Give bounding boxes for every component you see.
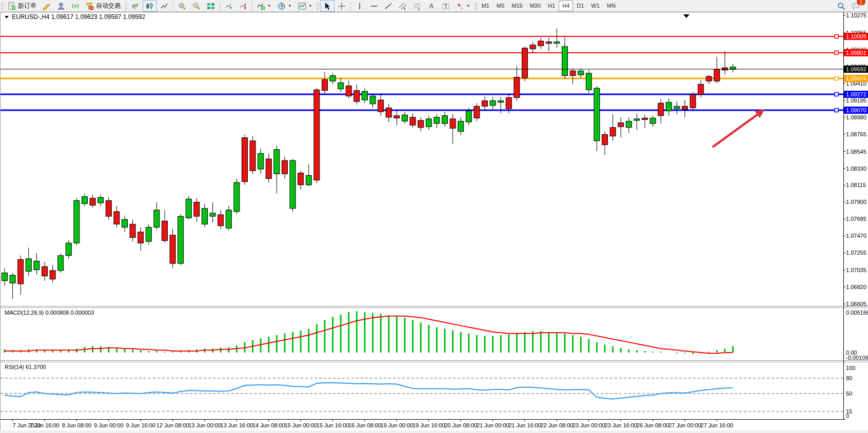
price-tick-label: 1.06605 <box>846 301 866 307</box>
chart-title: EURUSD-,H4 1.09617 1.09623 1.09587 1.095… <box>12 13 146 20</box>
toolbar-grip <box>125 2 127 10</box>
candle <box>250 136 255 174</box>
tab-timeframe-mn[interactable]: MN <box>603 1 619 11</box>
time-tick-label: 19 Jun 16:00 <box>412 422 445 428</box>
tab-timeframe-w1[interactable]: W1 <box>587 1 603 11</box>
auto-scroll-icon <box>225 2 233 10</box>
separator <box>173 2 173 10</box>
time-tick-label: 8 Jun 08:00 <box>62 422 92 428</box>
clock-icon <box>278 2 286 10</box>
tab-timeframe-d1[interactable]: D1 <box>573 1 587 11</box>
autotrading-icon <box>86 2 94 10</box>
tab-timeframe-m5[interactable]: M5 <box>493 1 508 11</box>
macd-label: MACD(12,26,9) 0.000808 0.000003 <box>5 310 94 316</box>
arrows-tool[interactable]: ▼ <box>453 0 474 12</box>
time-tick-label: 9 Jun 00:00 <box>94 422 124 428</box>
mql-community-button[interactable] <box>54 0 68 12</box>
tile-windows-button[interactable] <box>204 0 218 12</box>
candle <box>290 159 295 212</box>
candlestick-chart-button[interactable] <box>143 0 157 12</box>
new-order-label: 新订单 <box>18 2 36 10</box>
chart-shift-button[interactable] <box>236 0 250 12</box>
separator <box>252 2 252 10</box>
line-chart-icon <box>160 2 168 10</box>
candle <box>186 196 191 219</box>
broadcast-button[interactable] <box>68 0 83 12</box>
time-tick-label: 19 Jun 00:00 <box>381 422 413 428</box>
tab-timeframe-m1[interactable]: M1 <box>478 1 493 11</box>
time-tick-label: 20 Jun 08:00 <box>444 422 477 428</box>
crosshair-icon <box>338 2 346 10</box>
arrows-icon <box>456 2 464 10</box>
dropdown-arrow-icon: ▼ <box>308 4 312 8</box>
price-tick-label: 1.07470 <box>846 233 866 239</box>
price-tick-label: 1.10275 <box>846 12 866 18</box>
mt4-window: 新订单 自动交易 <box>0 0 868 433</box>
toolbar-grip <box>317 2 319 10</box>
price-tick-label: 1.08115 <box>846 182 866 188</box>
rsi-axis-label: 100 <box>846 365 855 371</box>
bar-chart-button[interactable] <box>128 0 143 12</box>
zoom-out-button[interactable] <box>189 0 204 12</box>
time-tick-label: 12 Jun 08:00 <box>156 422 189 428</box>
cursor-tool-button[interactable] <box>320 0 334 12</box>
chat-button[interactable]: 1 <box>849 0 863 12</box>
crayon-icon <box>43 2 51 10</box>
autotrading-button[interactable]: 自动交易 <box>83 0 124 12</box>
trendline-icon <box>384 2 392 10</box>
macd-axis-min: -0.001095 <box>846 355 868 361</box>
vertical-line-tool[interactable] <box>352 0 367 12</box>
candle <box>242 135 248 185</box>
tab-timeframe-m15[interactable]: M15 <box>508 1 526 11</box>
svg-text:A: A <box>429 3 433 10</box>
separator <box>350 2 351 10</box>
tab-timeframe-m30[interactable]: M30 <box>526 1 544 11</box>
time-tick-label: 26 Jun 08:00 <box>637 422 669 428</box>
current-price-label: 1.09592 <box>846 66 866 72</box>
search-button[interactable] <box>834 0 849 12</box>
new-order-button[interactable]: 新订单 <box>5 0 40 12</box>
indicators-button[interactable]: ▼ <box>254 0 274 12</box>
cursor-icon <box>323 2 331 10</box>
price-tick-label: 1.08545 <box>846 149 866 155</box>
chart-area[interactable]: 1.102751.100551.098401.096251.094101.091… <box>0 12 868 430</box>
level-price-label: 1.09801 <box>846 50 866 56</box>
styler-button[interactable] <box>40 0 54 12</box>
periods-button[interactable]: ▼ <box>274 0 295 12</box>
time-tick-label: 27 Jun 16:00 <box>701 422 734 428</box>
price-tick-label: 1.08330 <box>846 166 866 172</box>
price-tick-label: 1.06820 <box>846 284 866 290</box>
vertical-line-icon <box>356 2 364 10</box>
svg-text:E: E <box>404 7 406 10</box>
fibonacci-tool[interactable]: F <box>410 0 424 12</box>
zoom-in-button[interactable] <box>175 0 189 12</box>
templates-button[interactable]: ▼ <box>295 0 315 12</box>
time-tick-label: 9 Jun 16:00 <box>126 422 155 428</box>
dropdown-arrow-icon: ▼ <box>288 4 292 8</box>
search-icon <box>837 2 845 10</box>
candle <box>178 214 184 265</box>
svg-text:T: T <box>444 4 447 9</box>
trendline-tool[interactable] <box>381 0 396 12</box>
chart-canvas[interactable]: 1.102751.100551.098401.096251.094101.091… <box>1 12 868 430</box>
toolbar-grip <box>1 2 4 10</box>
chart-background <box>1 12 868 430</box>
time-tick-label: 13 Jun 00:00 <box>188 422 221 428</box>
time-tick-label: 23 Jun 00:00 <box>573 422 605 428</box>
level-price-label: 1.09070 <box>846 107 866 113</box>
tab-timeframe-h4[interactable]: H4 <box>559 1 573 11</box>
text-label-tool[interactable]: T <box>439 0 453 12</box>
candle <box>522 47 528 81</box>
auto-scroll-button[interactable] <box>222 0 236 12</box>
price-tick-label: 1.07685 <box>846 216 866 222</box>
crosshair-tool-button[interactable] <box>334 0 349 12</box>
channel-tool[interactable]: E <box>396 0 410 12</box>
time-tick-label: 21 Jun 16:00 <box>508 422 541 428</box>
price-tick-label: 1.07035 <box>846 267 866 273</box>
tab-timeframe-h1[interactable]: H1 <box>544 1 559 11</box>
horizontal-line-tool[interactable] <box>367 0 381 12</box>
text-tool[interactable]: A <box>424 0 439 12</box>
separator <box>220 2 220 10</box>
dropdown-arrow-icon: ▼ <box>267 4 271 8</box>
line-chart-button[interactable] <box>157 0 171 12</box>
